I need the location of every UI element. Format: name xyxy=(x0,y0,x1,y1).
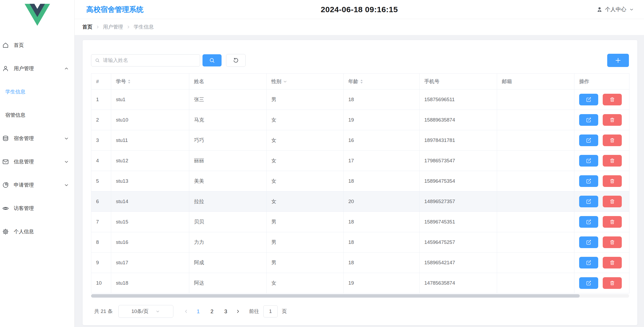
page-number-1[interactable]: 1 xyxy=(193,305,204,317)
cell-email xyxy=(497,191,574,212)
chevron-down-icon xyxy=(64,159,69,164)
edit-button[interactable] xyxy=(579,175,598,187)
table-row: 5 stu13 美美 女 18 15896475354 xyxy=(91,171,629,191)
chevron-down-icon xyxy=(155,309,160,314)
column-header-student-id[interactable]: 学号 xyxy=(111,74,189,89)
cell-gender: 女 xyxy=(267,171,344,191)
delete-button[interactable] xyxy=(603,155,622,167)
trash-icon xyxy=(609,199,615,204)
column-header-gender[interactable]: 性别 xyxy=(267,74,344,89)
table-row: 3 stu11 巧巧 女 16 18978431781 xyxy=(91,130,629,151)
search-icon xyxy=(95,58,100,63)
search-box xyxy=(91,54,200,66)
table-row: 10 stu18 阿达 女 19 14785635874 xyxy=(91,273,629,293)
logo xyxy=(0,0,74,34)
search-button[interactable] xyxy=(202,54,222,66)
sidebar-item-label: 用户管理 xyxy=(14,65,34,72)
horizontal-scrollbar-thumb[interactable] xyxy=(91,294,580,298)
add-student-button[interactable] xyxy=(607,54,629,67)
sidebar-item-user-management[interactable]: 用户管理 xyxy=(2,61,71,76)
edit-button[interactable] xyxy=(579,155,598,167)
column-header-name: 姓名 xyxy=(189,74,267,89)
trash-icon xyxy=(609,97,615,102)
breadcrumb-item-home[interactable]: 首页 xyxy=(82,24,92,30)
prev-page-button[interactable] xyxy=(181,305,191,317)
edit-button[interactable] xyxy=(579,257,598,268)
sidebar-item-label: 首页 xyxy=(14,42,24,49)
delete-button[interactable] xyxy=(603,196,622,207)
gear-icon xyxy=(2,228,9,235)
cell-gender: 女 xyxy=(267,110,344,130)
breadcrumb: 首页 用户管理 学生信息 xyxy=(75,19,644,35)
page-size-select[interactable]: 10条/页 xyxy=(118,305,173,318)
delete-button[interactable] xyxy=(603,216,622,228)
sidebar-item-dorm-management[interactable]: 宿舍管理 xyxy=(2,131,71,146)
edit-button[interactable] xyxy=(579,216,598,228)
sidebar-item-home[interactable]: 首页 xyxy=(2,38,71,53)
cell-gender: 男 xyxy=(267,253,344,273)
delete-button[interactable] xyxy=(603,277,622,289)
cell-student-id: stu10 xyxy=(111,110,189,130)
page-size-value: 10条/页 xyxy=(131,308,148,315)
chevron-down-icon xyxy=(64,136,69,141)
sidebar-subitem-student-info[interactable]: 学生信息 xyxy=(2,84,71,99)
cell-email xyxy=(497,130,574,151)
edit-button[interactable] xyxy=(579,114,598,126)
cell-gender: 女 xyxy=(267,151,344,171)
cell-student-id: stu11 xyxy=(111,130,189,151)
page-number-3[interactable]: 3 xyxy=(220,305,231,317)
table-row: 7 stu15 贝贝 男 18 15896745351 xyxy=(91,212,629,232)
edit-button[interactable] xyxy=(579,135,598,146)
breadcrumb-item-student-info[interactable]: 学生信息 xyxy=(134,24,154,30)
cell-actions xyxy=(574,273,629,293)
refresh-button[interactable] xyxy=(226,54,246,67)
column-header-age[interactable]: 年龄 xyxy=(344,74,420,89)
sort-carets-icon[interactable] xyxy=(127,79,131,84)
delete-button[interactable] xyxy=(603,94,622,105)
cell-email xyxy=(497,273,574,293)
table-header-row: # 学号 姓名 xyxy=(91,74,629,89)
cell-gender: 男 xyxy=(267,232,344,253)
message-icon xyxy=(2,158,9,165)
cell-age: 18 xyxy=(344,232,420,253)
cell-email xyxy=(497,232,574,253)
table-row: 4 stu12 丽丽 女 17 17986573547 xyxy=(91,151,629,171)
sidebar-subitem-dorm-admin-info[interactable]: 宿管信息 xyxy=(2,108,71,123)
cell-name: 美美 xyxy=(189,171,267,191)
cell-name: 阿成 xyxy=(189,253,267,273)
edit-button[interactable] xyxy=(579,236,598,248)
edit-button[interactable] xyxy=(579,196,598,207)
goto-page: 前往 页 xyxy=(249,305,287,317)
delete-button[interactable] xyxy=(603,257,622,268)
delete-button[interactable] xyxy=(603,114,622,126)
cell-index: 1 xyxy=(91,89,111,110)
next-page-button[interactable] xyxy=(233,305,243,317)
delete-button[interactable] xyxy=(603,135,622,146)
delete-button[interactable] xyxy=(603,175,622,187)
sort-carets-icon[interactable] xyxy=(360,79,363,84)
edit-button[interactable] xyxy=(579,277,598,289)
cell-name: 巧巧 xyxy=(189,130,267,151)
edit-button[interactable] xyxy=(579,94,598,105)
cell-name: 力力 xyxy=(189,232,267,253)
breadcrumb-item-user-management[interactable]: 用户管理 xyxy=(103,24,123,30)
pagination: 共 21 条 10条/页 1 2 3 前往 xyxy=(91,305,629,318)
user-menu[interactable]: 个人中心 xyxy=(596,6,634,13)
cell-age: 17 xyxy=(344,151,420,171)
goto-unit-label: 页 xyxy=(282,308,287,315)
page-number-2[interactable]: 2 xyxy=(207,305,217,317)
cell-phone: 15896542147 xyxy=(420,253,497,273)
filter-chevron-icon[interactable] xyxy=(283,79,287,84)
eye-icon xyxy=(2,205,9,212)
sidebar-item-info-management[interactable]: 信息管理 xyxy=(2,154,71,169)
search-input[interactable] xyxy=(102,57,196,64)
delete-button[interactable] xyxy=(603,236,622,248)
edit-icon xyxy=(586,137,592,143)
cell-email xyxy=(497,151,574,171)
sidebar-item-application-management[interactable]: 申请管理 xyxy=(2,178,71,192)
horizontal-scrollbar-track[interactable] xyxy=(91,294,629,298)
goto-page-input[interactable] xyxy=(263,305,278,317)
cell-email xyxy=(497,253,574,273)
sidebar-item-visitor-management[interactable]: 访客管理 xyxy=(2,201,71,216)
sidebar-item-personal-info[interactable]: 个人信息 xyxy=(2,224,71,239)
